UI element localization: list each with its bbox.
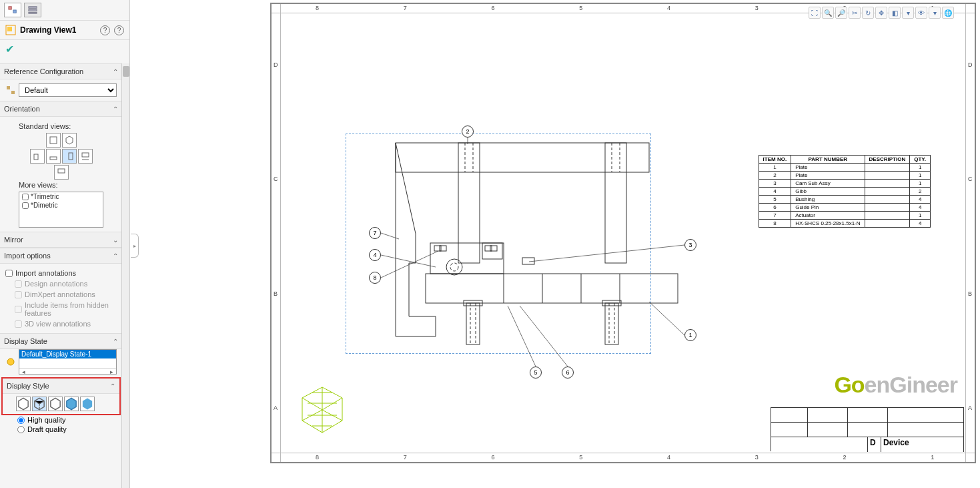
view-back-btn[interactable] — [78, 149, 93, 164]
ruler-tick: 7 — [404, 5, 407, 11]
more-views-list[interactable]: *Trimetric *Dimetric — [19, 192, 103, 228]
display-style-section: Display Style ⌃ — [1, 377, 121, 415]
style-hidden-removed-btn[interactable] — [48, 397, 63, 411]
display-style-header[interactable]: Display Style ⌃ — [3, 379, 119, 394]
zoom-area-icon[interactable]: 🔍 — [822, 7, 834, 19]
property-manager-tab[interactable] — [24, 3, 41, 17]
bom-cell: 6 — [759, 204, 791, 212]
ok-icon[interactable]: ✔ — [5, 43, 14, 55]
view-left-btn[interactable] — [30, 149, 45, 164]
svg-rect-16 — [396, 143, 649, 172]
balloon-6[interactable]: 6 — [562, 367, 574, 379]
drawing-view-icon — [5, 25, 16, 35]
bom-cell: Gibb — [791, 188, 865, 196]
view-bottom-btn[interactable] — [46, 149, 61, 164]
panel-tabs — [0, 0, 129, 21]
balloon-4[interactable]: 4 — [369, 249, 381, 261]
reference-config-select[interactable]: Default — [19, 83, 117, 97]
balloon-5[interactable]: 5 — [530, 367, 542, 379]
svg-line-49 — [529, 245, 684, 262]
help-detail-icon[interactable]: ? — [114, 25, 124, 35]
bom-row[interactable]: 2Plate1 — [759, 172, 930, 180]
drawing-canvas[interactable]: 87654321 87654321 DCBA DCBA ⛶ 🔍 🔎 ✂ ↻ ✥ … — [270, 3, 976, 463]
ruler-tick: 5 — [579, 5, 582, 11]
view-iso-btn[interactable] — [62, 133, 77, 148]
bom-cell: 1 — [910, 212, 931, 220]
ruler-tick: A — [968, 405, 972, 411]
bom-row[interactable]: 6Guide Pin4 — [759, 204, 930, 212]
reference-config-header[interactable]: Reference Configuration ⌃ — [0, 63, 122, 79]
dropdown-icon[interactable]: ▾ — [929, 7, 941, 19]
balloon-7[interactable]: 7 — [369, 227, 381, 239]
panel-expand-handle[interactable]: ▸ — [131, 234, 139, 258]
balloon-1[interactable]: 1 — [684, 329, 696, 341]
zoom-fit-icon[interactable]: ⛶ — [809, 7, 821, 19]
feature-tree-tab[interactable] — [4, 3, 21, 17]
style-shaded-edges-btn[interactable] — [64, 397, 79, 411]
ruler-tick: 6 — [491, 454, 494, 461]
mirror-label: Mirror — [4, 236, 23, 244]
bom-table[interactable]: ITEM NO.PART NUMBERDESCRIPTIONQTY. 1Plat… — [759, 155, 931, 228]
help-icon[interactable]: ? — [100, 25, 110, 35]
svg-rect-17 — [458, 143, 480, 263]
high-quality-radio: High quality — [0, 415, 122, 425]
bom-row[interactable]: 1Plate1 — [759, 164, 930, 172]
hide-show-icon[interactable]: 👁 — [915, 7, 927, 19]
bom-row[interactable]: 8HX-SHCS 0.25-28x1.5x1-N4 — [759, 220, 930, 228]
style-shaded-btn[interactable] — [80, 397, 95, 411]
3d-view-annotations-check: 3D view annotations — [15, 318, 117, 329]
svg-rect-15 — [58, 169, 65, 173]
display-state-item[interactable]: Default_Display State-1 — [19, 350, 116, 358]
display-state-header[interactable]: Display State ⌃ — [0, 333, 122, 349]
scroll-left-icon[interactable]: ◂ — [22, 369, 25, 375]
display-state-list[interactable]: Default_Display State-1 ◂▸ — [19, 349, 117, 375]
ruler-tick: D — [274, 61, 278, 68]
balloon-3[interactable]: 3 — [684, 239, 696, 251]
svg-rect-1 — [13, 10, 16, 13]
chevron-up-icon: ⌃ — [113, 338, 118, 345]
style-wireframe-btn[interactable] — [16, 397, 31, 411]
svg-rect-23 — [426, 274, 678, 303]
zoom-prev-icon[interactable]: 🔎 — [835, 7, 847, 19]
bom-cell: Plate — [791, 164, 865, 172]
scroll-right-icon[interactable]: ▸ — [110, 369, 113, 375]
balloon-2[interactable]: 2 — [462, 126, 474, 138]
bom-row[interactable]: 3Cam Sub Assy1 — [759, 180, 930, 188]
ruler-tick: 5 — [579, 454, 582, 461]
ruler-tick: D — [968, 61, 973, 68]
display-icon[interactable]: ◧ — [889, 7, 901, 19]
chevron-up-icon: ⌃ — [113, 68, 118, 75]
chevron-up-icon: ⌃ — [113, 252, 118, 260]
svg-rect-6 — [7, 27, 12, 31]
bom-row[interactable]: 5Bushing4 — [759, 196, 930, 204]
bom-cell: Guide Pin — [791, 204, 865, 212]
scrollbar-thumb[interactable] — [123, 66, 129, 77]
view-right-btn[interactable] — [62, 149, 77, 164]
title-block[interactable]: D Device — [771, 407, 964, 451]
style-hidden-visible-btn[interactable] — [32, 397, 47, 411]
pan-icon[interactable]: ✥ — [875, 7, 887, 19]
view-top-btn[interactable] — [54, 165, 69, 180]
bom-cell: 3 — [759, 180, 791, 188]
appearance-icon[interactable]: 🌐 — [942, 7, 954, 19]
panel-body: Reference Configuration ⌃ Default Orient… — [0, 63, 122, 488]
bom-row[interactable]: 4Gibb2 — [759, 188, 930, 196]
bom-row[interactable]: 7Actuator1 — [759, 212, 930, 220]
origin-triad-icon — [296, 385, 349, 438]
drawing-name: Device — [881, 437, 964, 452]
mirror-header[interactable]: Mirror ⌄ — [0, 232, 122, 248]
svg-point-26 — [450, 263, 458, 271]
panel-scrollbar[interactable] — [121, 63, 129, 488]
dropdown-icon[interactable]: ▾ — [902, 7, 914, 19]
more-view-item: *Trimetric — [19, 192, 103, 201]
balloon-8[interactable]: 8 — [369, 272, 381, 284]
assembly-drawing-view[interactable]: 27483156 — [322, 121, 696, 375]
ruler-tick: C — [274, 176, 278, 182]
import-options-header[interactable]: Import options ⌃ — [0, 248, 122, 264]
rotate-icon[interactable]: ↻ — [862, 7, 874, 19]
ruler-tick: 8 — [316, 5, 319, 11]
orientation-header[interactable]: Orientation ⌃ — [0, 101, 122, 117]
ruler-left: DCBA — [272, 4, 281, 462]
view-front-btn[interactable] — [46, 133, 61, 148]
section-icon[interactable]: ✂ — [849, 7, 861, 19]
